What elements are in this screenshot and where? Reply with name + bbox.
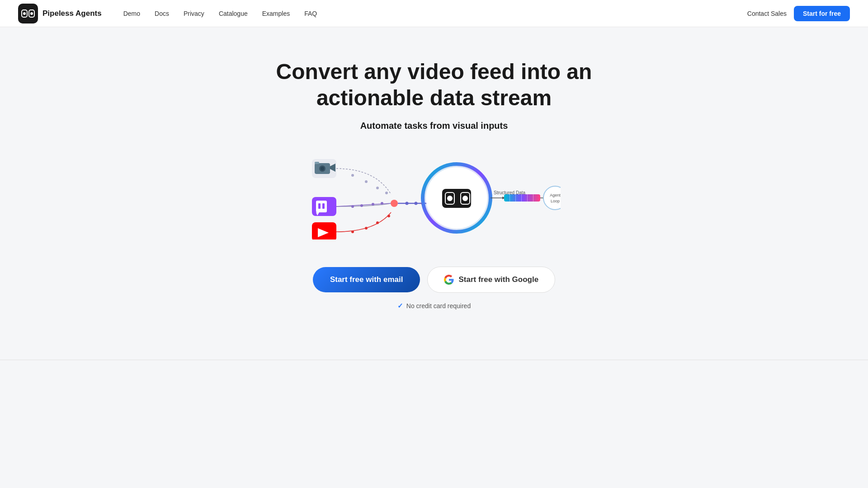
nav-faq[interactable]: FAQ xyxy=(304,10,317,17)
diagram-svg: Structured Data Agent Loop xyxy=(307,149,561,239)
nav-privacy[interactable]: Privacy xyxy=(184,10,204,17)
svg-point-27 xyxy=(351,230,354,233)
nav-catalogue[interactable]: Catalogue xyxy=(219,10,248,17)
google-icon xyxy=(444,275,454,285)
start-email-button[interactable]: Start free with email xyxy=(313,267,420,292)
contact-sales-button[interactable]: Contact Sales xyxy=(747,10,787,17)
svg-rect-50 xyxy=(521,194,522,202)
svg-point-34 xyxy=(415,202,418,205)
nav-docs[interactable]: Docs xyxy=(155,10,169,17)
svg-rect-9 xyxy=(315,162,319,164)
svg-point-23 xyxy=(351,174,354,177)
diagram: Structured Data Agent Loop xyxy=(307,149,561,239)
svg-point-20 xyxy=(360,204,363,207)
cta-buttons: Start free with email Start free with Go… xyxy=(313,267,555,293)
svg-point-30 xyxy=(387,215,390,217)
nav-links: Demo Docs Privacy Catalogue Examples FAQ xyxy=(123,9,317,18)
svg-point-24 xyxy=(365,180,368,183)
svg-point-1 xyxy=(23,12,26,15)
brand-name: Pipeless Agents xyxy=(42,9,102,18)
google-button-label: Start free with Google xyxy=(458,275,538,284)
start-google-button[interactable]: Start free with Google xyxy=(427,267,555,293)
start-for-free-nav-button[interactable]: Start for free xyxy=(794,6,850,21)
svg-point-33 xyxy=(406,202,409,205)
hero-title: Convert any video feed into an actionabl… xyxy=(276,59,592,111)
hero-subtitle: Automate tasks from visual inputs xyxy=(360,121,508,131)
svg-rect-13 xyxy=(322,203,325,209)
svg-point-44 xyxy=(462,196,468,201)
svg-rect-51 xyxy=(527,194,528,202)
svg-text:Agent: Agent xyxy=(550,193,561,197)
nav-right: Contact Sales Start for free xyxy=(747,6,850,21)
svg-rect-12 xyxy=(318,203,321,209)
no-credit-text: No credit card required xyxy=(406,302,471,310)
svg-rect-11 xyxy=(316,201,327,212)
svg-point-54 xyxy=(543,186,561,210)
svg-point-29 xyxy=(376,221,379,224)
svg-point-3 xyxy=(30,12,33,15)
svg-point-26 xyxy=(385,192,388,194)
svg-point-25 xyxy=(376,187,379,189)
nav-demo[interactable]: Demo xyxy=(123,10,140,17)
svg-text:Loop: Loop xyxy=(551,199,560,203)
footer-divider xyxy=(0,360,868,360)
check-icon: ✓ xyxy=(397,302,403,310)
no-credit-notice: ✓ No credit card required xyxy=(397,302,471,310)
svg-point-21 xyxy=(372,203,374,206)
svg-point-31 xyxy=(391,200,398,207)
svg-point-22 xyxy=(381,202,383,205)
svg-point-42 xyxy=(447,196,453,201)
svg-point-28 xyxy=(365,227,368,230)
hero-section: Convert any video feed into an actionabl… xyxy=(0,27,868,333)
svg-rect-48 xyxy=(509,194,510,202)
svg-point-19 xyxy=(351,205,354,208)
logo-link[interactable]: Pipeless Agents xyxy=(18,4,102,23)
nav-examples[interactable]: Examples xyxy=(262,10,290,17)
svg-point-8 xyxy=(321,167,324,170)
logo-icon xyxy=(18,4,38,23)
svg-rect-52 xyxy=(533,194,533,202)
navbar: Pipeless Agents Demo Docs Privacy Catalo… xyxy=(0,0,868,27)
svg-rect-49 xyxy=(515,194,516,202)
